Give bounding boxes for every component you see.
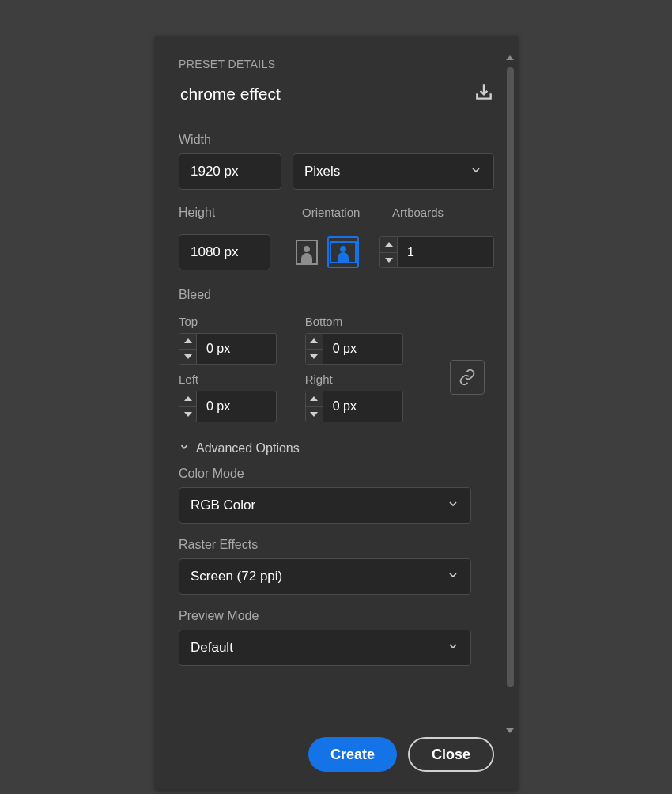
- create-button[interactable]: Create: [308, 737, 397, 772]
- chevron-down-icon: [447, 497, 459, 514]
- units-select[interactable]: Pixels: [293, 153, 494, 190]
- stepper-up-icon[interactable]: [179, 391, 196, 407]
- svg-marker-13: [310, 412, 318, 417]
- artboards-label: Artboards: [392, 206, 494, 219]
- bleed-bottom-value: 0 px: [323, 334, 402, 364]
- bleed-bottom-input[interactable]: 0 px: [305, 333, 403, 365]
- bleed-right-stepper[interactable]: [306, 391, 323, 422]
- preview-mode-select[interactable]: Default: [179, 630, 471, 666]
- bleed-right-label: Right: [305, 372, 413, 386]
- scroll-down-icon[interactable]: [505, 726, 515, 735]
- color-mode-value: RGB Color: [191, 497, 255, 513]
- bleed-left-input[interactable]: 0 px: [179, 391, 277, 422]
- units-value: Pixels: [304, 164, 340, 180]
- svg-marker-7: [184, 354, 192, 359]
- color-mode-select[interactable]: RGB Color: [179, 487, 471, 524]
- stepper-up-icon[interactable]: [380, 237, 397, 253]
- stepper-down-icon[interactable]: [306, 407, 323, 422]
- height-label: Height: [179, 206, 281, 220]
- advanced-options-label: Advanced Options: [196, 441, 300, 456]
- panel-body: PRESET DETAILS Width Pixels: [155, 36, 518, 720]
- svg-marker-10: [184, 396, 192, 401]
- preset-details-panel: PRESET DETAILS Width Pixels: [155, 36, 518, 789]
- chevron-down-icon: [470, 164, 482, 180]
- svg-point-3: [340, 246, 346, 252]
- bleed-left-value: 0 px: [197, 391, 276, 422]
- stepper-up-icon[interactable]: [306, 334, 323, 350]
- scrollbar-thumb[interactable]: [507, 67, 514, 687]
- bleed-top-label: Top: [179, 315, 286, 328]
- artboards-stepper[interactable]: [380, 237, 398, 267]
- bleed-label: Bleed: [179, 288, 494, 302]
- raster-effects-value: Screen (72 ppi): [191, 569, 282, 584]
- svg-marker-14: [506, 55, 514, 60]
- stepper-down-icon[interactable]: [179, 350, 196, 365]
- bleed-top-input[interactable]: 0 px: [179, 333, 277, 365]
- stepper-down-icon[interactable]: [380, 253, 397, 268]
- artboards-value: 1: [398, 237, 493, 267]
- stepper-up-icon[interactable]: [306, 391, 323, 407]
- width-label: Width: [179, 133, 494, 147]
- orientation-label: Orientation: [302, 206, 372, 219]
- svg-marker-12: [310, 396, 318, 401]
- panel-title: PRESET DETAILS: [179, 58, 494, 70]
- chevron-down-icon: [447, 640, 459, 656]
- preview-mode-value: Default: [191, 640, 233, 656]
- orientation-landscape-button[interactable]: [327, 236, 359, 268]
- artboards-input[interactable]: 1: [379, 236, 494, 268]
- advanced-options-toggle[interactable]: Advanced Options: [179, 441, 494, 456]
- stepper-down-icon[interactable]: [306, 350, 323, 365]
- svg-marker-11: [184, 412, 192, 417]
- bleed-top-value: 0 px: [197, 334, 276, 364]
- orientation-portrait-button[interactable]: [291, 236, 323, 268]
- svg-marker-15: [506, 728, 514, 733]
- preview-mode-label: Preview Mode: [179, 609, 494, 623]
- width-input[interactable]: [179, 153, 281, 190]
- stepper-down-icon[interactable]: [179, 407, 196, 422]
- chevron-down-icon: [179, 441, 190, 456]
- svg-marker-9: [310, 354, 318, 359]
- bleed-right-input[interactable]: 0 px: [305, 391, 403, 422]
- stepper-up-icon[interactable]: [179, 334, 196, 350]
- scroll-up-icon[interactable]: [505, 53, 515, 62]
- link-bleed-button[interactable]: [450, 360, 485, 395]
- bleed-bottom-stepper[interactable]: [306, 334, 323, 364]
- panel-footer: Create Close: [155, 720, 518, 789]
- svg-marker-4: [385, 242, 393, 247]
- raster-effects-label: Raster Effects: [179, 538, 494, 552]
- bleed-bottom-label: Bottom: [305, 315, 413, 328]
- bleed-right-value: 0 px: [323, 391, 402, 422]
- save-preset-icon[interactable]: [474, 81, 494, 108]
- color-mode-label: Color Mode: [179, 467, 494, 481]
- bleed-top-stepper[interactable]: [179, 334, 197, 364]
- bleed-left-stepper[interactable]: [179, 391, 197, 422]
- svg-marker-5: [385, 258, 393, 263]
- svg-marker-8: [310, 338, 318, 343]
- bleed-left-label: Left: [179, 372, 286, 386]
- close-button[interactable]: Close: [408, 737, 494, 772]
- svg-marker-6: [184, 338, 192, 343]
- svg-point-1: [304, 246, 310, 252]
- raster-effects-select[interactable]: Screen (72 ppi): [179, 558, 471, 595]
- preset-name-input[interactable]: [179, 81, 464, 108]
- preset-name-row: [179, 81, 494, 112]
- bleed-grid: Top 0 px Bottom 0 px: [179, 315, 494, 422]
- height-input[interactable]: [179, 234, 270, 270]
- chevron-down-icon: [447, 569, 459, 585]
